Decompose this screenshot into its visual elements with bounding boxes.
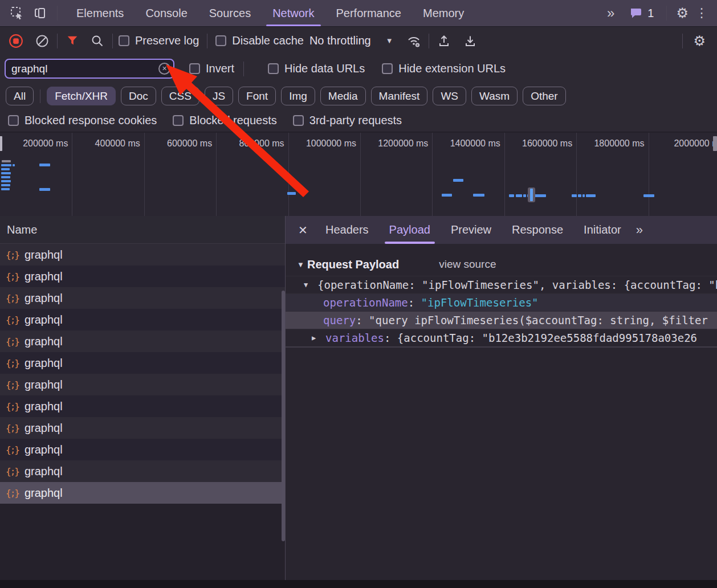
checkbox-blocked-requests[interactable]: Blocked requests xyxy=(173,114,276,127)
waterfall-bar xyxy=(516,194,522,197)
payload-row[interactable]: operationName: "ipFlowTimeseries" xyxy=(286,293,717,311)
disable-cache-checkbox[interactable]: Disable cache xyxy=(215,34,304,47)
overview-tick: 1200000 ms xyxy=(360,133,432,154)
expand-triangle-icon[interactable]: ▼ xyxy=(297,260,307,269)
tab-console[interactable]: Console xyxy=(135,0,198,26)
request-row[interactable]: {;}graphql xyxy=(0,395,285,417)
chip-font[interactable]: Font xyxy=(238,87,276,105)
chip-media[interactable]: Media xyxy=(320,87,366,105)
overview-tick: 400000 ms xyxy=(72,133,144,154)
more-panels-icon[interactable]: » xyxy=(607,6,614,20)
details-tab-response[interactable]: Response xyxy=(502,216,573,244)
record-network-log-button[interactable] xyxy=(7,32,25,50)
request-row[interactable]: {;}graphql xyxy=(0,460,285,482)
name-column-label: Name xyxy=(7,223,37,236)
details-tab-payload[interactable]: Payload xyxy=(379,216,441,244)
overview-selection-marker[interactable] xyxy=(528,187,535,202)
chip-doc[interactable]: Doc xyxy=(121,87,156,105)
tabbar-divider xyxy=(666,6,667,21)
scrollbar-thumb[interactable] xyxy=(282,291,285,541)
settings-gear-icon[interactable]: ⚙ xyxy=(676,6,689,20)
payload-row[interactable]: ▼{operationName: "ipFlowTimeseries", var… xyxy=(286,276,717,293)
view-source-link[interactable]: view source xyxy=(439,258,496,271)
hide-extension-urls-label: Hide extension URLs xyxy=(398,62,506,75)
overview-gridline xyxy=(432,133,433,216)
request-row[interactable]: {;}graphql xyxy=(0,374,285,395)
overview-edge-pill xyxy=(0,136,2,151)
toolbar-divider xyxy=(682,34,683,48)
export-har-button[interactable] xyxy=(461,32,479,50)
upload-icon xyxy=(437,34,451,48)
kebab-menu-icon[interactable]: ⋮ xyxy=(692,7,711,19)
chip-css[interactable]: CSS xyxy=(161,87,199,105)
request-row[interactable]: {;}graphql xyxy=(0,439,285,460)
hide-data-urls-label: Hide data URLs xyxy=(284,62,365,75)
overview-edge-pill xyxy=(713,136,717,151)
network-settings-gear-icon[interactable]: ⚙ xyxy=(689,34,710,48)
tab-performance[interactable]: Performance xyxy=(325,0,413,26)
chip-wasm[interactable]: Wasm xyxy=(471,87,518,105)
overview-tick: 200000 ms xyxy=(0,133,72,154)
import-har-button[interactable] xyxy=(435,32,453,50)
json-braces-icon: {;} xyxy=(6,466,19,477)
chip-img[interactable]: Img xyxy=(281,87,315,105)
payload-row[interactable]: ▶variables: {accountTag: "b12e3b2192ee55… xyxy=(286,329,717,346)
request-row[interactable]: {;}graphql xyxy=(0,287,285,309)
device-toolbar-button[interactable] xyxy=(31,4,49,22)
request-row[interactable]: {;}graphql xyxy=(0,244,285,266)
name-column-header[interactable]: Name xyxy=(0,216,285,244)
disable-cache-label: Disable cache xyxy=(232,34,304,47)
collapsed-triangle-icon[interactable]: ▶ xyxy=(312,334,325,342)
request-name: graphql xyxy=(25,357,63,370)
details-tab-initiator[interactable]: Initiator xyxy=(573,216,632,244)
request-row[interactable]: {;}graphql xyxy=(0,352,285,374)
request-name: graphql xyxy=(25,248,63,262)
request-row[interactable]: {;}graphql xyxy=(0,482,285,504)
request-row[interactable]: {;}graphql xyxy=(0,330,285,352)
tabbar-right-controls: » 1 ⚙ ⋮ xyxy=(607,6,711,21)
close-details-icon[interactable]: ✕ xyxy=(294,223,315,237)
chip-fetch-xhr[interactable]: Fetch/XHR xyxy=(47,87,116,105)
clear-network-log-button[interactable] xyxy=(33,32,51,50)
checkbox-blocked-response-cookies[interactable]: Blocked response cookies xyxy=(8,114,157,127)
json-braces-icon: {;} xyxy=(6,444,19,455)
chip-other[interactable]: Other xyxy=(523,87,566,105)
network-overview-strip[interactable]: 200000 ms400000 ms600000 ms800000 ms1000… xyxy=(0,133,717,217)
tab-sources[interactable]: Sources xyxy=(198,0,262,26)
waterfall-bar xyxy=(582,194,585,197)
hide-extension-urls-checkbox[interactable]: Hide extension URLs xyxy=(382,62,506,75)
tab-network[interactable]: Network xyxy=(262,0,325,26)
issues-button[interactable]: 1 xyxy=(626,7,657,20)
payload-row[interactable]: query: "query ipFlowTimeseries($accountT… xyxy=(286,311,717,329)
more-tabs-icon[interactable]: » xyxy=(636,223,643,238)
overview-gridline xyxy=(72,133,72,216)
filter-input[interactable] xyxy=(5,59,174,79)
hide-data-urls-checkbox[interactable]: Hide data URLs xyxy=(268,62,365,75)
inspect-element-button[interactable] xyxy=(8,4,26,22)
preserve-log-checkbox[interactable]: Preserve log xyxy=(119,34,199,47)
invert-checkbox[interactable]: Invert xyxy=(189,62,234,75)
details-tab-preview[interactable]: Preview xyxy=(441,216,502,244)
search-button[interactable] xyxy=(88,32,107,50)
filter-toggle-button[interactable] xyxy=(63,32,82,50)
waterfall-bar xyxy=(1,172,11,174)
request-row[interactable]: {;}graphql xyxy=(0,309,285,330)
chip-all[interactable]: All xyxy=(6,87,34,105)
chip-ws[interactable]: WS xyxy=(433,87,466,105)
chip-js[interactable]: JS xyxy=(205,87,233,105)
bottom-edge-strip xyxy=(0,580,717,588)
tab-memory[interactable]: Memory xyxy=(412,0,475,26)
waterfall-bar xyxy=(1,164,11,166)
request-row[interactable]: {;}graphql xyxy=(0,417,285,439)
network-conditions-button[interactable] xyxy=(405,32,423,50)
tab-elements[interactable]: Elements xyxy=(66,0,135,26)
request-row[interactable]: {;}graphql xyxy=(0,266,285,287)
chip-manifest[interactable]: Manifest xyxy=(371,87,428,105)
checkbox-3rd-party-requests[interactable]: 3rd-party requests xyxy=(293,114,402,127)
details-tab-headers[interactable]: Headers xyxy=(315,216,379,244)
throttling-select[interactable]: No throttling ▼ xyxy=(309,34,393,47)
overview-gridline xyxy=(288,133,289,216)
expanded-triangle-icon[interactable]: ▼ xyxy=(304,281,317,289)
clear-filter-icon[interactable]: ✕ xyxy=(158,63,170,75)
waterfall-bar xyxy=(535,194,546,197)
